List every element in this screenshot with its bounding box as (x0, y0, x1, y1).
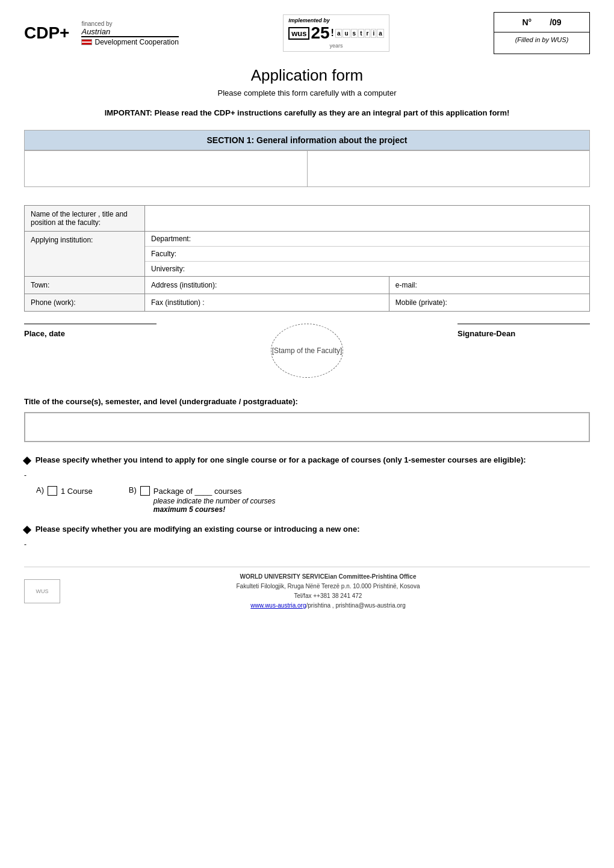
question2-text: Please specify whether you are modifying… (24, 523, 590, 535)
no-box: N° /09 (Filled in by WUS) (494, 12, 590, 54)
general-info-cell-right (307, 150, 590, 186)
a-letter: a (335, 29, 343, 38)
number-25: 25 (311, 23, 329, 43)
option-b-italic-text: please indicate the number of courses (154, 497, 276, 505)
signature-row: Place, date [Stamp of the Faculty] Signa… (24, 324, 590, 378)
university-label: University: (151, 265, 185, 273)
implemented-by-label: Implemented by (288, 17, 330, 23)
footer-website-link[interactable]: www.wus-austria.org (250, 602, 306, 609)
lecturer-name-row: Name of the lecturer , title and positio… (25, 205, 590, 231)
option-b-letter: B) (129, 485, 137, 494)
general-info-table (24, 150, 590, 187)
footer-text-block: WORLD UNIVERSITY SERVICEian Committee-Pr… (66, 572, 590, 611)
footer-org-name: WORLD UNIVERSITY SERVICE (240, 573, 328, 580)
footer-logo: WUS (24, 579, 60, 603)
phone-label: Phone (work): (25, 294, 145, 311)
years-text: years (329, 43, 343, 49)
options-row-1: A) 1 Course B) Package of ____ courses p… (36, 485, 590, 514)
dept-row: Department: (145, 232, 589, 247)
university-row: University: (145, 262, 589, 276)
dept-label: Department: (151, 235, 191, 243)
town-row: Town: Address (institution): e-mail: (25, 276, 590, 294)
r-letter: r (365, 29, 371, 38)
mobile-label: Mobile (private): (389, 294, 589, 311)
footer-committee-text: ian Committee-Prishtina Office (328, 573, 416, 580)
signature-dean-block: Signature-Dean (457, 324, 590, 338)
fax-label: Fax (institution) : (145, 294, 389, 311)
course-title-input-box[interactable] (24, 412, 590, 442)
header-left: CDP+ financed by Austrian Development Co… (24, 20, 179, 46)
footer-logo-text: WUS (36, 588, 49, 594)
financed-by-block: financed by Austrian Development Coopera… (81, 20, 178, 46)
important-note: IMPORTANT: Please read the CDP+ instruct… (24, 107, 590, 119)
course-title-question: Title of the course(s), semester, and le… (24, 396, 590, 408)
page-title: Application form (24, 66, 590, 85)
dev-coop-row: Development Cooperation (81, 36, 178, 46)
no-label: N° (522, 17, 532, 27)
u-letter: u (343, 29, 350, 38)
austria-badge: a u s t r i a (335, 29, 384, 38)
phone-row: Phone (work): Fax (institution) : Mobile… (25, 294, 590, 311)
page-footer: WUS WORLD UNIVERSITY SERVICEian Committe… (24, 567, 590, 611)
dept-block: Department: Faculty: University: (145, 231, 590, 276)
place-date-block: Place, date (24, 324, 157, 338)
no-value: /09 (550, 17, 561, 27)
faculty-label: Faculty: (151, 250, 176, 258)
cdp-logo: CDP+ (24, 23, 69, 43)
diamond-icon-2 (23, 525, 31, 534)
filled-by-text: (Filled in by WUS) (494, 32, 589, 47)
page-header: CDP+ financed by Austrian Development Co… (24, 12, 590, 54)
option-b-bold-italic-text: maximum 5 courses! (154, 505, 276, 514)
option-b-text-block: Package of ____ courses please indicate … (154, 485, 276, 514)
i-letter: i (371, 29, 376, 38)
financed-by-label: financed by (81, 20, 178, 27)
exclamation: ! (331, 28, 334, 38)
lecturer-name-value (145, 205, 590, 231)
option-a: A) 1 Course (36, 485, 93, 497)
lecturer-info-table: Name of the lecturer , title and positio… (24, 205, 590, 312)
signature-dean-label: Signature-Dean (457, 329, 590, 338)
wus-text: wus (288, 27, 309, 40)
s-letter: s (351, 29, 358, 38)
place-date-label: Place, date (24, 329, 157, 338)
faculty-row: Faculty: (145, 247, 589, 262)
option-a-checkbox[interactable] (48, 486, 57, 496)
signature-line (457, 324, 590, 324)
address-label: Address (institution): (145, 276, 389, 294)
stamp-block: [Stamp of the Faculty] (271, 324, 343, 378)
austria-flag-icon (81, 39, 92, 45)
footer-email-path: /prishtina , prishtina@wus-austria.org (306, 602, 406, 609)
email-label: e-mail: (389, 276, 589, 294)
dev-coop-text: Development Cooperation (95, 38, 178, 46)
lecturer-name-label: Name of the lecturer , title and positio… (25, 205, 145, 231)
general-info-cell-left (25, 150, 308, 186)
stamp-oval: [Stamp of the Faculty] (271, 324, 343, 378)
applying-institution-row: Applying institution: Department: Facult… (25, 231, 590, 276)
option-a-letter: A) (36, 485, 44, 494)
general-info-row (25, 150, 590, 186)
option-b-checkbox[interactable] (140, 486, 150, 496)
footer-address1: Fakulteti Filologjik, Rruga Nënë Terezë … (237, 583, 420, 589)
option-a-text: 1 Course (61, 485, 93, 497)
section1-header: SECTION 1: General information about the… (24, 130, 590, 150)
austrian-text: Austrian (81, 27, 178, 36)
applying-institution-label: Applying institution: (25, 231, 145, 276)
stamp-label: [Stamp of the Faculty] (272, 346, 343, 355)
option-dash-1: - (24, 471, 590, 479)
no-row: N° /09 (494, 13, 589, 32)
t-letter: t (358, 29, 364, 38)
option-b-main-text: Package of ____ courses (154, 485, 276, 497)
place-date-line (24, 324, 157, 324)
implemented-by-block: Implemented by wus 25 ! a u s t r i a ye… (283, 14, 389, 52)
diamond-icon (23, 456, 31, 464)
page-subtitle: Please complete this form carefully with… (24, 88, 590, 97)
option-dash-2: - (24, 540, 590, 549)
footer-address2: Tel/fax ++381 38 241 472 (294, 593, 362, 599)
wus-logo: wus 25 ! a u s t r i a (288, 23, 384, 43)
option-b: B) Package of ____ courses please indica… (129, 485, 276, 514)
question1-text: Please specify whether you intend to app… (24, 454, 590, 466)
town-label: Town: (25, 276, 145, 294)
a2-letter: a (377, 29, 384, 38)
